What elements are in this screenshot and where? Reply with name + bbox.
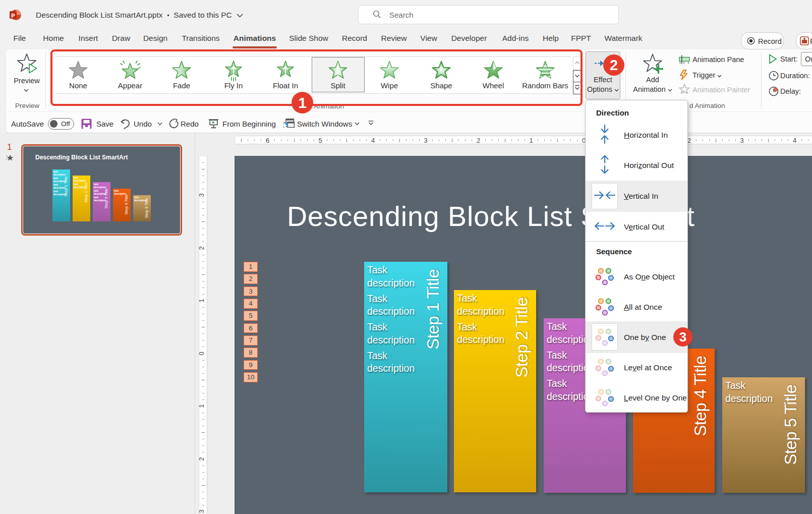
svg-text:P: P: [11, 13, 15, 19]
